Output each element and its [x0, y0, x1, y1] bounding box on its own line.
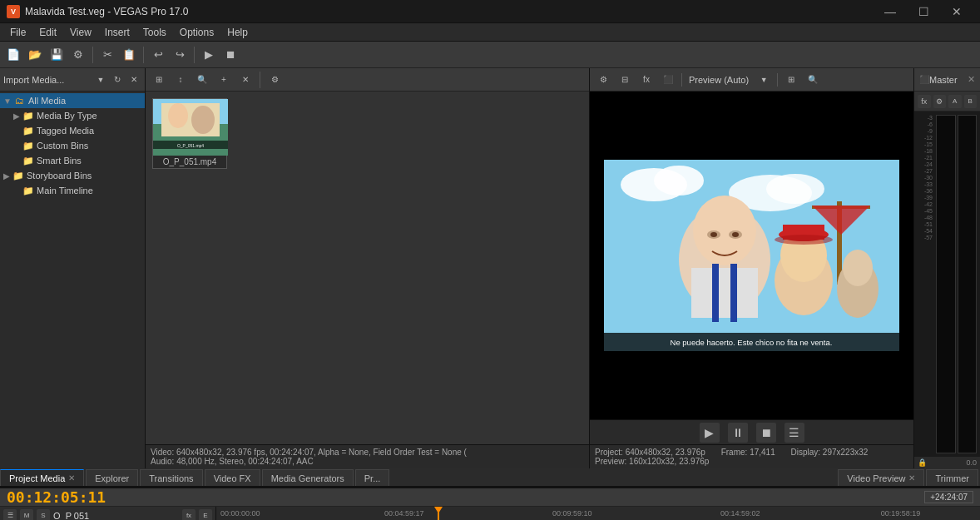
preview-settings-btn[interactable]: ⚙	[593, 70, 613, 90]
copy-button[interactable]: 📋	[119, 45, 139, 65]
tab-media-generators[interactable]: Media Generators	[262, 469, 354, 486]
media-search-btn[interactable]: 🔍	[192, 70, 212, 90]
preview-pause-btn[interactable]: ⏸	[728, 423, 748, 443]
master-fx-btn[interactable]: fx	[918, 95, 931, 108]
tree-item-storyboard-bins[interactable]: ▶ 📁 Storyboard Bins	[0, 168, 145, 183]
master-b-btn[interactable]: B	[964, 95, 978, 108]
ruler-mark-1: 00:04:59:17	[384, 509, 424, 518]
preview-mode-dropdown[interactable]: ▼	[754, 70, 774, 90]
ruler-mark-0: 00:00:00:00	[220, 509, 260, 518]
tree-item-media-by-type[interactable]: ▶ 📁 Media By Type	[0, 108, 145, 123]
preview-image: Ne puede hacerto. Este chico no fita ne …	[604, 160, 899, 351]
track-1-top-row: ☰ M S O_P 051 fx E	[3, 509, 212, 521]
media-close-button[interactable]: ✕	[126, 72, 141, 87]
preview-fx-btn[interactable]: fx	[636, 70, 656, 90]
preview-channel-btn[interactable]: ⬛	[658, 70, 678, 90]
window-controls[interactable]: — ☐ ✕	[874, 0, 973, 23]
preview-stop-btn[interactable]: ⏹	[756, 423, 776, 443]
tab-trimmer[interactable]: Trimmer	[926, 469, 978, 486]
timeline-header: 00:12:05:11 +24:24:07	[0, 488, 980, 507]
media-options-button[interactable]: ▼	[93, 72, 108, 87]
tree-item-main-timeline[interactable]: ▶ 📁 Main Timeline	[0, 183, 145, 198]
tree-item-custom-bins[interactable]: ▶ 📁 Custom Bins	[0, 138, 145, 153]
meter-left	[936, 115, 956, 453]
tab-media-generators-label: Media Generators	[271, 473, 344, 483]
menu-options[interactable]: Options	[173, 25, 220, 40]
timeline-tracks-area: 00:00:00:00 00:04:59:17 00:09:59:10 00:1…	[216, 507, 980, 520]
menu-insert[interactable]: Insert	[98, 25, 136, 40]
sep	[260, 72, 260, 88]
new-button[interactable]: 📄	[3, 45, 23, 65]
menu-help[interactable]: Help	[220, 25, 255, 40]
track-header-1: ☰ M S O_P 051 fx E Level: 100.0 % ◀	[0, 507, 215, 520]
render-button[interactable]: ▶	[199, 45, 219, 65]
open-button[interactable]: 📂	[25, 45, 45, 65]
master-settings-btn[interactable]: ⚙	[933, 95, 947, 108]
menu-tools[interactable]: Tools	[136, 25, 173, 40]
preview-play-btn[interactable]: ▶	[700, 423, 720, 443]
tree-item-tagged-media[interactable]: ▶ 📁 Tagged Media	[0, 123, 145, 138]
close-button[interactable]: ✕	[940, 0, 973, 23]
media-view-btn[interactable]: ⊞	[149, 70, 169, 90]
tree-label-media-by-type: Media By Type	[37, 111, 97, 121]
tab-project-media[interactable]: Project Media ✕	[0, 469, 84, 486]
tab-explorer[interactable]: Explorer	[86, 469, 138, 486]
media-props-btn[interactable]: ⚙	[265, 70, 285, 90]
master-close-btn[interactable]: ✕	[968, 74, 975, 85]
tab-video-fx[interactable]: Video FX	[205, 469, 260, 486]
display-value: 297x223x32	[823, 448, 869, 457]
redo-button[interactable]: ↪	[170, 45, 190, 65]
track-1-mute-btn[interactable]: M	[20, 509, 33, 521]
svg-point-9	[654, 166, 704, 196]
save-button[interactable]: 💾	[47, 45, 67, 65]
properties-button[interactable]: ⚙	[68, 45, 88, 65]
menu-file[interactable]: File	[3, 25, 32, 40]
track-1-menu-btn[interactable]: ☰	[3, 509, 17, 521]
master-icon: ⬛	[919, 75, 929, 84]
preview-menu-btn[interactable]: ☰	[784, 423, 804, 443]
master-header: ⬛ Master ✕	[914, 68, 980, 92]
folder-icon: 📁	[22, 155, 34, 166]
tab-explorer-label: Explorer	[95, 473, 129, 483]
timeline-ruler[interactable]: 00:00:00:00 00:04:59:17 00:09:59:10 00:1…	[216, 507, 980, 520]
media-audio-info: Audio: 48,000 Hz, Stereo, 00:24:24:07, A…	[151, 457, 584, 466]
preview-mode-label: Preview (Auto)	[686, 75, 752, 85]
timecode-display: 00:12:05:11	[0, 488, 112, 506]
track-1-solo-btn[interactable]: S	[37, 509, 50, 521]
preview-zoom-btn[interactable]: 🔍	[803, 70, 823, 90]
folder-icon: 📁	[22, 125, 34, 136]
ruler-mark-2: 00:09:59:10	[552, 509, 592, 518]
media-status-bar: Video: 640x480x32, 23.976 fps, 00:24:24:…	[146, 444, 589, 468]
total-time-display: +24:24:07	[924, 491, 973, 503]
tab-transitions[interactable]: Transitions	[140, 469, 202, 486]
undo-button[interactable]: ↩	[148, 45, 168, 65]
minimize-button[interactable]: —	[874, 0, 907, 23]
folder-icon: 🗂	[14, 95, 26, 106]
expand-icon: ▶	[3, 171, 10, 181]
tab-video-preview-label: Video Preview	[847, 473, 905, 483]
tab-close-video-preview[interactable]: ✕	[908, 473, 915, 483]
media-del-btn[interactable]: ✕	[235, 70, 255, 90]
master-a-btn[interactable]: A	[948, 95, 962, 108]
preview-controls: ▶ ⏸ ⏹ ☰	[590, 419, 913, 444]
tree-item-all-media[interactable]: ▼ 🗂 All Media	[0, 93, 145, 108]
tab-pr[interactable]: Pr...	[355, 469, 390, 486]
media-sort-btn[interactable]: ↕	[171, 70, 191, 90]
tree-item-smart-bins[interactable]: ▶ 📁 Smart Bins	[0, 153, 145, 168]
menu-view[interactable]: View	[63, 25, 98, 40]
preview-grid-btn[interactable]: ⊞	[781, 70, 801, 90]
tab-video-preview[interactable]: Video Preview ✕	[838, 469, 924, 486]
track-1-env-btn[interactable]: E	[199, 509, 212, 521]
svg-point-4	[191, 106, 215, 134]
cut-button[interactable]: ✂	[97, 45, 117, 65]
media-item-1[interactable]: O_P_051.mp4 O_P_051.mp4	[152, 98, 227, 169]
menu-edit[interactable]: Edit	[32, 25, 63, 40]
preview-split-btn[interactable]: ⊟	[615, 70, 635, 90]
media-video-info: Video: 640x480x32, 23.976 fps, 00:24:24:…	[151, 448, 584, 457]
stop-render-button[interactable]: ⏹	[220, 45, 240, 65]
tab-close-project-media[interactable]: ✕	[68, 473, 75, 483]
track-1-fx-btn[interactable]: fx	[182, 509, 196, 521]
maximize-button[interactable]: ☐	[907, 0, 940, 23]
media-refresh-button[interactable]: ↻	[110, 72, 125, 87]
media-add-btn[interactable]: +	[214, 70, 234, 90]
